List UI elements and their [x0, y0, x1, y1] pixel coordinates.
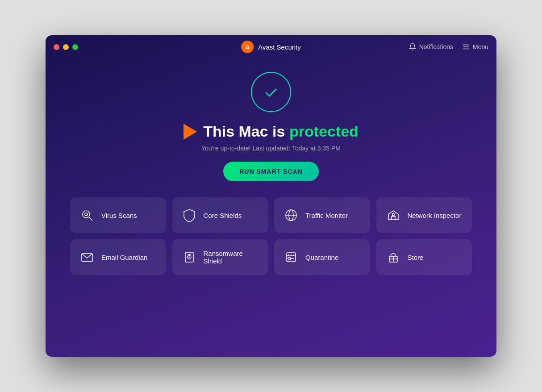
ransomware-shield-label: Ransomware Shield [204, 250, 259, 265]
main-content: This Mac is protected You're up-to-date!… [46, 58, 496, 357]
app-window: a Avast Security Notifications Menu [46, 35, 496, 357]
ransomware-shield-card[interactable]: $ Ransomware Shield [172, 239, 268, 275]
svg-point-18 [288, 257, 291, 260]
core-shields-card[interactable]: Core Shields [172, 197, 268, 233]
traffic-lights [54, 44, 78, 50]
titlebar: a Avast Security Notifications Menu [46, 35, 496, 58]
core-shields-label: Core Shields [204, 212, 242, 219]
menu-label: Menu [473, 43, 488, 50]
virus-scans-icon [79, 207, 95, 223]
virus-scans-card[interactable]: Virus Scans [70, 197, 166, 233]
avast-logo-icon: a [241, 41, 254, 53]
status-text: This Mac is protected [203, 123, 359, 140]
quarantine-card[interactable]: Quarantine [274, 239, 370, 275]
notifications-button[interactable]: Notifications [409, 43, 453, 51]
titlebar-right: Notifications Menu [409, 43, 488, 51]
store-card[interactable]: Store [376, 239, 472, 275]
titlebar-center: a Avast Security [241, 41, 301, 53]
subtitle: You're up-to-date! Last updated: Today a… [201, 145, 341, 152]
svg-line-6 [89, 217, 92, 221]
email-guardian-label: Email Guardian [101, 254, 147, 261]
core-shields-icon [181, 207, 197, 223]
traffic-monitor-label: Traffic Monitor [305, 212, 348, 219]
run-smart-scan-button[interactable]: RUN SMART SCAN [223, 162, 319, 181]
checkmark-icon [262, 83, 280, 101]
status-row: This Mac is protected [183, 123, 359, 140]
feature-grid: Virus Scans Core Shields [70, 197, 472, 275]
email-guardian-icon [79, 249, 95, 265]
traffic-monitor-icon [283, 207, 299, 223]
network-inspector-label: Network Inspector [408, 212, 462, 219]
traffic-monitor-card[interactable]: Traffic Monitor [274, 197, 370, 233]
play-triangle-icon [183, 124, 197, 140]
close-button[interactable] [54, 44, 59, 50]
store-icon [385, 249, 401, 265]
quarantine-label: Quarantine [305, 254, 338, 261]
notifications-label: Notifications [419, 43, 453, 50]
svg-point-5 [83, 211, 90, 218]
virus-scans-label: Virus Scans [101, 212, 137, 219]
status-highlight: protected [289, 123, 359, 140]
svg-point-7 [85, 213, 88, 216]
bell-icon [409, 43, 417, 51]
network-inspector-icon [385, 207, 401, 223]
menu-button[interactable]: Menu [462, 43, 488, 51]
status-prefix: This Mac is [203, 123, 289, 140]
store-label: Store [408, 254, 424, 261]
ransomware-shield-icon: $ [181, 249, 197, 265]
quarantine-icon [283, 249, 299, 265]
svg-text:$: $ [188, 255, 190, 259]
svg-rect-16 [287, 253, 296, 262]
app-title: Avast Security [258, 43, 301, 51]
maximize-button[interactable] [72, 44, 78, 50]
status-icon [251, 72, 291, 112]
svg-text:a: a [246, 43, 249, 50]
email-guardian-card[interactable]: Email Guardian [70, 239, 166, 275]
menu-icon [462, 43, 470, 51]
network-inspector-card[interactable]: Network Inspector [376, 197, 472, 233]
minimize-button[interactable] [63, 44, 69, 50]
